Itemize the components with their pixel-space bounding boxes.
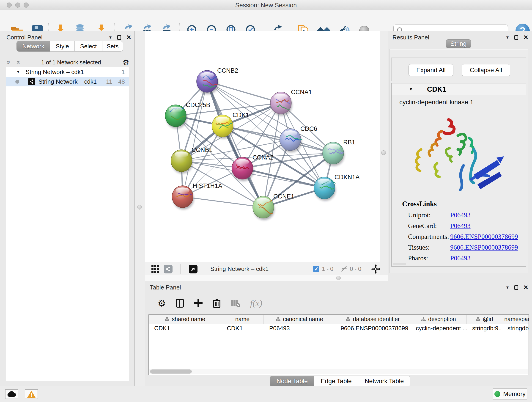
control-panel-title: Control Panel [6,34,43,41]
column-type-icon [421,317,426,322]
section-expander-icon[interactable]: ▼ [409,87,413,92]
column-header[interactable]: canonical name [264,315,335,324]
section-scrollbar[interactable] [393,263,406,265]
node-label-CDK1: CDK1 [233,112,249,119]
crosslinks-section: CrossLinks Uniprot:P06493GeneCard:P06493… [392,200,526,262]
collection-expander-icon[interactable]: ▼ [16,70,20,74]
app-window: Session: New Session [0,0,532,402]
expand-all-button[interactable]: Expand All [409,64,453,76]
table-panel-tabs: Node TableEdge TableNetwork Table [270,376,410,386]
table-cell[interactable]: CDK1 [221,324,264,332]
table-tab-network-table[interactable]: Network Table [358,376,411,386]
crosslink-row: Pharos:P06493 [408,254,526,262]
memory-button[interactable]: Memory [493,389,527,400]
column-type-icon [475,317,481,322]
network-share-icon[interactable] [164,265,172,274]
columns-icon[interactable] [176,299,184,308]
crosslink-link[interactable]: P06493 [450,222,471,230]
hidden-eye-icon[interactable] [340,265,348,273]
memory-label: Memory [503,390,526,398]
float-panel-icon[interactable] [117,35,121,40]
node-CCNB2[interactable]: CCNB2 [196,67,238,94]
close-panel-icon[interactable]: ✕ [523,34,528,41]
function-builder-icon[interactable]: f(x) [250,298,262,308]
node-HIST1H1A[interactable]: HIST1H1A [172,182,222,210]
crosslink-label: GeneCard: [408,222,450,230]
warning-button[interactable] [25,389,38,399]
crosslink-label: Tissues: [408,244,450,251]
crosslink-link[interactable]: P06493 [450,211,471,219]
float-panel-icon[interactable] [514,35,518,40]
table-toolbar: ⚙ f(x) [148,294,528,313]
table-cell[interactable]: CDK1 [149,324,221,332]
selected-checkbox-icon[interactable] [313,266,319,272]
table-cell[interactable]: P06493 [264,324,335,332]
table-hscrollbar[interactable] [149,369,528,374]
close-panel-icon[interactable]: ✕ [126,34,131,41]
table-tab-node-table[interactable]: Node Table [270,376,314,386]
table-hscrollbar-thumb[interactable] [150,370,192,374]
left-splitter[interactable] [135,31,145,386]
right-splitter-handle[interactable] [381,150,386,155]
table-cell[interactable]: stringdb [502,324,529,332]
table-row[interactable]: CDK1CDK1P064939606.ENSP00000378699cyclin… [149,324,529,332]
crosshair-move-icon[interactable] [371,264,380,275]
float-panel-icon[interactable] [514,285,518,290]
column-header[interactable]: shared name [149,315,221,324]
node-CCNE1[interactable]: CCNE1 [253,193,294,220]
tab-select[interactable]: Select [75,41,102,51]
node-label-RB1: RB1 [343,139,355,146]
collapse-all-button[interactable]: Collapse All [462,64,510,76]
birdseye-view-icon[interactable] [189,265,197,274]
collapse-panel-icon[interactable]: ▼ [505,35,509,40]
tab-network[interactable]: Network [17,41,50,51]
delete-table-icon[interactable] [230,299,241,307]
right-splitter[interactable] [380,31,388,281]
node-RB1[interactable]: RB1 [323,139,355,166]
crosslink-link[interactable]: 9606.ENSP00000378699 [450,244,518,251]
node-CDK1[interactable]: CDK1 [212,112,249,139]
collapse-panel-icon[interactable]: ▼ [108,35,112,40]
delete-row-trash-icon[interactable] [213,298,221,308]
node-CCNA1[interactable]: CCNA1 [270,89,312,116]
table-cell[interactable]: cyclin-dependent ... [410,324,467,332]
network-canvas[interactable]: CCNB2CCNA1CDC25BCDK1CDC6RB1CCNB1CCNA2CDK… [145,31,380,262]
tab-style[interactable]: Style [50,41,75,51]
cloud-button[interactable] [5,389,18,399]
column-header[interactable]: name [221,315,264,324]
add-row-icon[interactable] [194,299,203,308]
title-bar: Session: New Session [0,0,532,10]
crosslink-label: Pharos: [408,254,450,262]
grid-view-icon[interactable] [152,265,159,274]
table-tab-edge-table[interactable]: Edge Table [314,376,358,386]
results-panel: Results Panel ▼ ✕ String Expand All Coll… [388,31,532,281]
horizontal-splitter[interactable] [145,275,388,281]
column-header[interactable]: database identifier [335,315,410,324]
node-CCNB1[interactable]: CCNB1 [171,147,213,173]
table-cell[interactable]: 9606.ENSP00000378699 [335,324,410,332]
main-toolbar: ? [0,10,532,31]
column-header[interactable]: @id [467,315,502,324]
table-settings-gear-icon[interactable]: ⚙ [158,298,166,308]
network-row-selected[interactable]: String Network – cdk1 11 48 [6,77,129,86]
node-label-CCNE1: CCNE1 [273,193,294,200]
column-header[interactable]: description [410,315,467,324]
left-splitter-handle[interactable] [137,205,142,210]
network-collection-row[interactable]: ▼ String Network – cdk1 1 [6,67,129,77]
collapse-panel-icon[interactable]: ▼ [505,285,509,290]
tab-sets[interactable]: Sets [102,41,123,51]
network-options-gear-icon[interactable]: ⚙ [123,58,129,67]
table-cell[interactable]: stringdb:9... [467,324,502,332]
node-label-CDC6: CDC6 [300,125,317,132]
node-CDKN1A[interactable]: CDKN1A [314,174,360,201]
tab-string[interactable]: String [446,39,471,48]
edge-CCNB2-HIST1H1A[interactable] [183,81,207,197]
crosslink-link[interactable]: P06493 [450,254,471,262]
crosslink-link[interactable]: 9606.ENSP00000378699 [450,233,518,240]
edge-HIST1H1A-CCNE1[interactable] [183,197,263,207]
column-header[interactable]: namespace [502,315,529,324]
close-panel-icon[interactable]: ✕ [523,284,528,291]
horizontal-splitter-handle[interactable] [336,276,341,280]
cdk1-section-header[interactable]: ▼ CDK1 [392,83,526,95]
crosslink-row: Uniprot:P06493 [408,211,526,219]
